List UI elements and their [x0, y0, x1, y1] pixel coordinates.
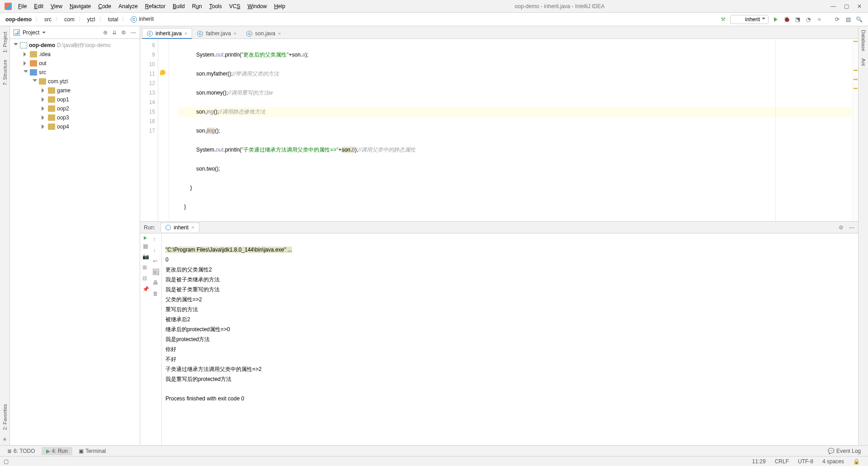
editor-body[interactable]: 891011121314151617 System.out.println("更…: [140, 39, 858, 221]
build-icon[interactable]: ⚒: [719, 16, 726, 23]
tree-oop1[interactable]: oop1: [10, 95, 140, 104]
status-position[interactable]: 11:29: [748, 458, 770, 465]
rail-favorites[interactable]: 2: Favorites: [1, 400, 9, 433]
package-icon: [48, 105, 55, 112]
tree-oop3[interactable]: oop3: [10, 113, 140, 122]
project-tree[interactable]: oop-demoD:\java制作\oop-demo .idea out src…: [10, 39, 140, 445]
structure-button[interactable]: ▤: [844, 16, 852, 23]
close-tab-icon[interactable]: ×: [234, 31, 236, 36]
tree-idea[interactable]: .idea: [10, 50, 140, 59]
status-icon[interactable]: ▢: [4, 458, 9, 465]
tool-event-log[interactable]: 💬Event Log: [823, 447, 865, 455]
rail-project[interactable]: 1: Project: [1, 28, 9, 56]
menu-vcs[interactable]: VCS: [226, 1, 244, 11]
tab-father[interactable]: Cfather.java×: [192, 28, 241, 38]
menu-code[interactable]: Code: [94, 1, 115, 11]
up-icon[interactable]: ↑: [153, 236, 159, 243]
print-icon[interactable]: 🖶: [153, 280, 159, 286]
error-stripe[interactable]: [853, 39, 858, 221]
rerun-icon[interactable]: [144, 236, 147, 240]
tree-game[interactable]: game: [10, 86, 140, 95]
close-icon[interactable]: ✕: [857, 3, 862, 10]
stop-button[interactable]: ■: [816, 16, 823, 23]
layout-icon[interactable]: ⊞: [142, 264, 149, 271]
menu-file[interactable]: File: [14, 1, 30, 11]
collapse-icon[interactable]: ⇊: [112, 29, 117, 36]
run-tab[interactable]: inherit×: [160, 223, 199, 232]
minimize-icon[interactable]: —: [830, 3, 836, 10]
tree-oop2[interactable]: oop2: [10, 104, 140, 113]
wrap-icon[interactable]: ↩: [153, 258, 159, 264]
rail-database[interactable]: Database: [860, 26, 867, 55]
search-icon[interactable]: 🔍: [855, 16, 863, 23]
tab-inherit[interactable]: Cinherit.java×: [142, 28, 192, 39]
run-button[interactable]: [772, 16, 779, 23]
debug-button[interactable]: 🐞: [783, 16, 790, 23]
code-editor[interactable]: System.out.println("更改后的父类属性"+son.a); so…: [169, 39, 853, 221]
package-icon: [48, 96, 55, 103]
scroll-to-end-icon[interactable]: ≡↓: [153, 269, 159, 275]
menu-analyze[interactable]: Analyze: [115, 1, 142, 11]
editor-tabs: Cinherit.java× Cfather.java× Cson.java×: [140, 26, 858, 39]
update-button[interactable]: ⟳: [834, 16, 841, 23]
locate-icon[interactable]: ⊕: [103, 29, 108, 36]
tree-pkg[interactable]: com.ytzl: [10, 77, 140, 86]
tool-run[interactable]: ▶4: Run: [42, 447, 72, 455]
crumb-ytzl[interactable]: ytzl: [85, 15, 98, 24]
tool-terminal[interactable]: ▣Terminal: [74, 447, 110, 455]
console-output[interactable]: "C:\Program Files\Java\jdk1.8.0_144\bin\…: [162, 233, 858, 445]
window-title: oop-demo - inherit.java - IntelliJ IDEA: [289, 3, 830, 10]
intention-bulb-icon[interactable]: [160, 70, 165, 75]
menu-build[interactable]: Build: [169, 1, 189, 11]
menu-tools[interactable]: Tools: [206, 1, 226, 11]
status-encoding[interactable]: UTF-8: [793, 458, 818, 465]
down-icon[interactable]: ↓: [153, 247, 159, 253]
package-icon: [48, 124, 55, 130]
breadcrumb: oop-demo〉 src〉 com〉 ytzl〉 total〉 Cinheri…: [3, 15, 156, 24]
close-tab-icon[interactable]: ×: [184, 31, 187, 36]
crumb-project[interactable]: oop-demo: [3, 15, 34, 24]
stop-icon[interactable]: [143, 244, 148, 249]
menu-run[interactable]: Run: [189, 1, 206, 11]
menu-refactor[interactable]: Refactor: [142, 1, 169, 11]
settings-icon[interactable]: ⚙: [121, 29, 126, 36]
menu-view[interactable]: View: [47, 1, 66, 11]
project-panel: Project ⊕ ⇊ ⚙ — oop-demoD:\java制作\oop-de…: [10, 26, 140, 445]
project-view-title[interactable]: Project: [23, 29, 39, 36]
menu-edit[interactable]: Edit: [30, 1, 47, 11]
crumb-total[interactable]: total: [105, 15, 121, 24]
tool-todo[interactable]: ≣6: TODO: [3, 447, 40, 455]
folder-icon: [30, 69, 37, 76]
tab-son[interactable]: Cson.java×: [241, 28, 286, 38]
clear-icon[interactable]: 🗑: [153, 290, 159, 297]
module-icon: [20, 42, 27, 48]
pin-icon[interactable]: 📌: [142, 286, 149, 292]
status-line-sep[interactable]: CRLF: [770, 458, 793, 465]
chevron-down-icon[interactable]: [42, 32, 46, 33]
menu-help[interactable]: Help: [270, 1, 289, 11]
crumb-com[interactable]: com: [61, 15, 77, 24]
tree-out[interactable]: out: [10, 59, 140, 68]
menu-navigate[interactable]: Navigate: [66, 1, 94, 11]
status-indent[interactable]: 4 spaces: [818, 458, 849, 465]
exit-icon[interactable]: ⊟: [142, 275, 149, 281]
run-config-selector[interactable]: inherit: [730, 15, 769, 24]
rail-structure[interactable]: 7: Structure: [1, 56, 9, 89]
close-tab-icon[interactable]: ×: [278, 31, 281, 36]
tree-root[interactable]: oop-demoD:\java制作\oop-demo: [10, 41, 140, 50]
maximize-icon[interactable]: ▢: [844, 3, 849, 10]
tree-oop4[interactable]: oop4: [10, 122, 140, 131]
hide-icon[interactable]: —: [131, 29, 136, 36]
crumb-src[interactable]: src: [42, 15, 54, 24]
tree-src[interactable]: src: [10, 68, 140, 77]
rail-ant[interactable]: Ant: [860, 55, 867, 70]
run-settings-icon[interactable]: ⚙: [839, 224, 844, 231]
status-lock-icon[interactable]: 🔒: [849, 458, 864, 465]
folder-icon: [30, 51, 37, 57]
coverage-button[interactable]: ⬔: [794, 16, 801, 23]
crumb-file[interactable]: Cinherit: [128, 15, 156, 24]
dump-icon[interactable]: 📷: [142, 253, 149, 260]
profile-button[interactable]: ◔: [805, 16, 812, 23]
run-hide-icon[interactable]: —: [849, 224, 854, 231]
menu-window[interactable]: Window: [244, 1, 270, 11]
